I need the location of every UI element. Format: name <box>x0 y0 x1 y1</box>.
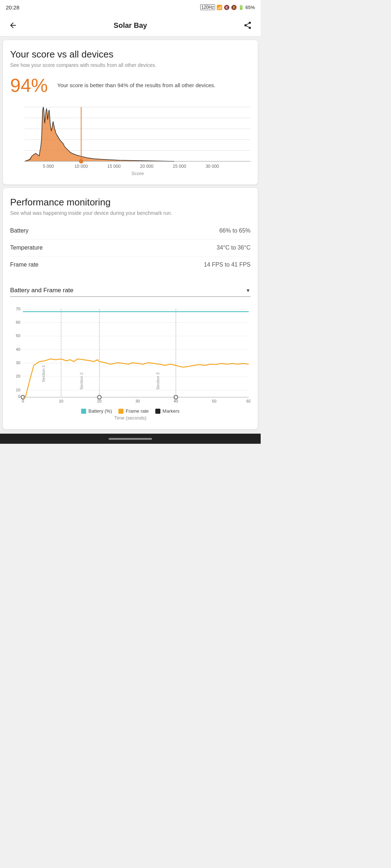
perf-card: Performance monitoring See what was happ… <box>3 188 258 429</box>
battery-pct: 65% <box>245 5 255 10</box>
score-row: 94% Your score is better than 94% of the… <box>10 75 251 96</box>
legend-framerate: Frame rate <box>118 408 149 414</box>
status-icons: 120Hz 📶 🔇 🔕 🔋 65% <box>200 4 255 10</box>
legend-battery-color <box>81 409 86 414</box>
score-description: Your score is better than 94% of the res… <box>57 81 215 90</box>
perf-subtitle: See what was happening inside your devic… <box>10 210 251 216</box>
chart-selector-dropdown[interactable]: Battery and Frame rate ▼ <box>10 282 251 297</box>
chart-x-label: Time (seconds) <box>10 415 251 421</box>
mute-icon: 🔇 <box>224 5 230 10</box>
svg-text:Score: Score <box>131 171 144 176</box>
svg-text:30: 30 <box>16 361 20 365</box>
legend-markers-label: Markers <box>163 408 180 414</box>
status-time: 20:28 <box>6 4 20 10</box>
svg-text:0: 0 <box>18 394 20 399</box>
bottom-navigation-bar <box>0 434 261 444</box>
legend-markers: Markers <box>155 408 180 414</box>
legend-framerate-label: Frame rate <box>126 408 149 414</box>
perf-title: Performance monitoring <box>10 197 251 208</box>
chart-legend: Battery (%) Frame rate Markers <box>10 408 251 414</box>
legend-battery-label: Battery (%) <box>88 408 112 414</box>
share-button[interactable] <box>241 19 254 32</box>
svg-text:25 000: 25 000 <box>173 164 186 169</box>
perf-value-temp: 34°C to 36°C <box>216 244 251 251</box>
distribution-chart: 5 000 10 000 15 000 20 000 25 000 30 000… <box>10 103 251 176</box>
perf-label-fps: Frame rate <box>10 261 38 268</box>
score-percentage: 94% <box>10 75 50 96</box>
svg-point-46 <box>97 395 101 399</box>
svg-text:20 000: 20 000 <box>140 164 154 169</box>
svg-text:Section 2: Section 2 <box>79 373 84 390</box>
svg-text:10: 10 <box>16 388 20 392</box>
svg-text:40: 40 <box>16 347 20 352</box>
svg-text:5 000: 5 000 <box>43 164 54 169</box>
perf-table: Battery 66% to 65% Temperature 34°C to 3… <box>10 222 251 273</box>
svg-text:10: 10 <box>59 399 63 403</box>
perf-label-temp: Temperature <box>10 244 43 251</box>
svg-text:50: 50 <box>212 399 216 403</box>
perf-row-battery: Battery 66% to 65% <box>10 222 251 239</box>
battery-icon: 🔋 <box>238 5 244 10</box>
svg-text:60: 60 <box>16 320 20 324</box>
home-indicator <box>109 438 152 440</box>
svg-text:Section 3: Section 3 <box>156 373 160 390</box>
svg-text:30 000: 30 000 <box>206 164 219 169</box>
svg-text:10 000: 10 000 <box>75 164 88 169</box>
back-button[interactable] <box>7 19 20 32</box>
perf-label-battery: Battery <box>10 227 29 234</box>
legend-markers-color <box>155 409 160 414</box>
perf-row-temp: Temperature 34°C to 36°C <box>10 239 251 256</box>
score-card: Your score vs all devices See how your s… <box>3 40 258 184</box>
notif-icon: 🔕 <box>231 5 237 10</box>
svg-text:60: 60 <box>247 399 251 403</box>
legend-framerate-color <box>118 409 123 414</box>
perf-value-fps: 14 FPS to 41 FPS <box>204 261 251 268</box>
svg-text:Section 1: Section 1 <box>41 365 46 382</box>
svg-text:70: 70 <box>16 307 20 311</box>
status-bar: 20:28 120Hz 📶 🔇 🔕 🔋 65% <box>0 0 261 14</box>
svg-text:50: 50 <box>16 333 20 338</box>
perf-value-battery: 66% to 65% <box>219 227 251 234</box>
svg-text:15 000: 15 000 <box>107 164 121 169</box>
perf-row-fps: Frame rate 14 FPS to 41 FPS <box>10 256 251 273</box>
hz-icon: 120Hz <box>200 4 215 10</box>
svg-text:20: 20 <box>16 374 20 378</box>
dropdown-arrow-icon: ▼ <box>245 288 251 293</box>
score-title: Your score vs all devices <box>10 49 251 60</box>
svg-point-47 <box>174 395 178 399</box>
app-bar: Solar Bay <box>0 14 261 37</box>
legend-battery: Battery (%) <box>81 408 112 414</box>
svg-text:30: 30 <box>135 399 140 403</box>
signal-icon: 📶 <box>216 5 222 10</box>
score-subtitle: See how your score compares with results… <box>10 62 251 68</box>
dropdown-label: Battery and Frame rate <box>10 287 73 294</box>
line-chart: 70 60 50 40 30 20 10 0 0 10 20 30 40 50 … <box>10 303 251 405</box>
app-title: Solar Bay <box>114 21 147 30</box>
